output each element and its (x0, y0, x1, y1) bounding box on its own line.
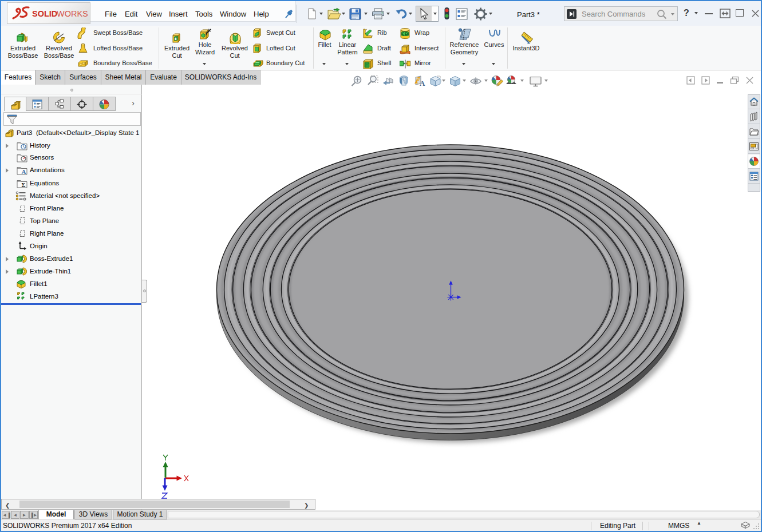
svg-text:SOLID: SOLID (32, 9, 57, 18)
svg-text:A: A (420, 79, 425, 87)
svg-text:A: A (22, 168, 26, 175)
svg-text:Σ: Σ (22, 182, 26, 188)
svg-text:WORKS: WORKS (57, 9, 88, 18)
